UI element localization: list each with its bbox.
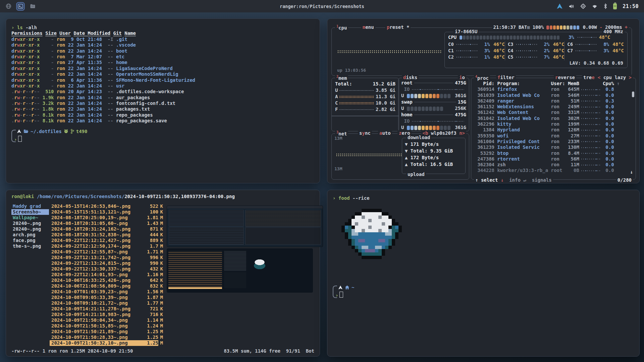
file-row[interactable]: 2024-10-09T21:50:28,33~.png1.25M bbox=[50, 335, 163, 340]
file-row[interactable]: 2024-10-07T01:03:39,23~.png1.56M bbox=[50, 289, 163, 295]
disk-section-header: root475G bbox=[401, 80, 466, 86]
preview-thumbnail-desktop bbox=[167, 205, 323, 247]
process-row[interactable]: 247386 rtorrent ron 56M 0.0 bbox=[475, 156, 632, 162]
file-row[interactable]: 2024-10-08T09:10:21,72~.png1.77M bbox=[50, 300, 163, 306]
file-row[interactable]: 2024-10-09T14:21:11,278~.png721K bbox=[50, 306, 163, 312]
preset-button[interactable]: preset * bbox=[385, 24, 411, 30]
file-row[interactable]: 2024-08-18T20:31:24,162~.png871K bbox=[50, 226, 163, 232]
file-row[interactable]: 2024-05-15T14:26:53,846~.png522K bbox=[50, 203, 163, 209]
mem-box-title[interactable]: 2mem bbox=[335, 75, 348, 81]
proc-filter-button[interactable]: filter bbox=[496, 75, 516, 80]
file-row[interactable]: 2024-10-09T21:50:32,10~.png1.25M bbox=[50, 340, 163, 346]
parent-dir-item[interactable]: face.png bbox=[11, 238, 49, 243]
parent-dir-item[interactable]: arch.png bbox=[11, 232, 49, 238]
file-row[interactable]: 2024-10-09T21:50:04,34~.png1.14M bbox=[50, 317, 163, 323]
ls-row: drwxr-xr-x - ron 22 Jan 14:24 -- usr bbox=[11, 83, 314, 89]
file-row[interactable]: 2024-08-18T20:25:00,19~.png1.81M bbox=[50, 215, 163, 221]
process-row[interactable]: 362296 kitty ron 199M 0.0 bbox=[475, 121, 632, 127]
file-row[interactable]: 2024-09-22T12:13:30,337~.png432K bbox=[50, 266, 163, 272]
settings-gear-icon[interactable] bbox=[580, 3, 586, 9]
parent-dir-item[interactable]: 20240~.png bbox=[11, 221, 49, 226]
proc-reverse-button[interactable]: reverse bbox=[554, 75, 576, 80]
arch-logo-icon bbox=[338, 285, 343, 290]
disk-sections: root475G IOU 361Gswap15GU 256Khome475G I… bbox=[398, 78, 469, 131]
process-row[interactable]: 1384 Hyprland ron 126M 0.0 bbox=[475, 127, 632, 133]
cpu-box-title[interactable]: 1cpu bbox=[335, 24, 348, 31]
parent-dir-item[interactable]: the-s~.png bbox=[11, 243, 49, 249]
parent-dir-item[interactable]: Screensho~ bbox=[11, 209, 49, 215]
net-stat-row: ▼ Total: 9.35 GiB bbox=[405, 147, 463, 154]
proc-sort-selector[interactable]: < cpu lazy > bbox=[596, 75, 633, 80]
parent-dir-item[interactable]: Wallpape~ bbox=[11, 215, 49, 221]
command-line: › food --rice bbox=[333, 195, 634, 201]
file-row[interactable]: 2024-10-06T21:08:56,809~.png832K bbox=[50, 283, 163, 289]
battery-icon[interactable] bbox=[613, 3, 617, 9]
file-row[interactable]: 2024-08-18T20:31:52,838~.png444K bbox=[50, 232, 163, 238]
wifi-icon[interactable] bbox=[592, 4, 598, 9]
file-row[interactable]: 2024-10-09T21:50:15,85~.png1.24M bbox=[50, 323, 163, 329]
file-row[interactable]: 2024-10-08T09:05:33,39~.png1.87M bbox=[50, 295, 163, 300]
text-cursor[interactable] bbox=[339, 292, 343, 298]
process-row[interactable]: 362304 zsh ron 11M 0.0 bbox=[475, 162, 632, 168]
file-row[interactable]: 2024-05-15T15:51:13,121~.png100K bbox=[50, 209, 163, 215]
process-row[interactable]: 361039 Isolated Web Co ron 546M 0.0 bbox=[475, 93, 632, 98]
net-sync-button[interactable]: sync bbox=[358, 130, 372, 136]
proc-footer-keys[interactable]: ↑ select ↓ info ↵ signals bbox=[474, 177, 553, 183]
load-average: LAV: 0.34 0.68 0.69 bbox=[570, 60, 623, 66]
menu-button[interactable]: menu bbox=[361, 24, 375, 30]
proc-box-title[interactable]: 4proc bbox=[474, 75, 490, 81]
file-row[interactable]: 2024-09-22T12:13:24,815~.png990K bbox=[50, 260, 163, 266]
process-row[interactable]: 344228 kworker/u33:3-rb_a root 0B 0.0 bbox=[475, 168, 632, 173]
battery-watts: 0.00W bbox=[583, 24, 597, 30]
file-row[interactable]: 2024-09-22T12:14:01,93~.png1.16M bbox=[50, 272, 163, 278]
file-row[interactable]: 2024-10-09T21:50:21,89~.png1.25M bbox=[50, 329, 163, 335]
interval-increase[interactable]: + bbox=[625, 24, 628, 30]
process-row[interactable]: 361042 Isolated Web Co ron 302M 0.0 bbox=[475, 116, 632, 121]
file-row[interactable]: 2024-09-22T12:12:55,87~.png1.71M bbox=[50, 249, 163, 255]
terminal-window-food[interactable]: › food --rice ~ › bbox=[327, 190, 640, 357]
ranger-window[interactable]: ron@loki /home/ron/Pictures/Screenshots/… bbox=[6, 190, 320, 357]
process-row[interactable]: 360914 firefox ron 645M 0.8 bbox=[475, 86, 632, 92]
file-row[interactable]: 2024-10-06T16:33:25,426~.png642K bbox=[50, 278, 163, 283]
proc-tree-button[interactable]: tree bbox=[582, 75, 596, 80]
disks-box-title[interactable]: disks bbox=[402, 75, 419, 80]
net-auto-button[interactable]: auto bbox=[378, 130, 392, 136]
file-row[interactable]: 2024-09-22T12:13:21,742~.png996K bbox=[50, 255, 163, 260]
parent-dir-item[interactable]: Maddy grad bbox=[11, 203, 49, 209]
disks-io-toggle[interactable]: io bbox=[458, 75, 466, 80]
bluetooth-icon[interactable] bbox=[603, 3, 607, 9]
mem-divider bbox=[332, 116, 399, 116]
process-row[interactable]: 361004 Privileged Cont ron 233M 0.0 bbox=[475, 139, 632, 144]
cpu-core-row: C32%46°C bbox=[508, 41, 565, 48]
parent-dir-item[interactable]: 20240~.png bbox=[11, 226, 49, 232]
file-row[interactable]: 2024-09-22T12:12:50,174~.png1.7M bbox=[50, 243, 163, 249]
cpu-total-temp: 48°C bbox=[599, 34, 610, 41]
process-row[interactable]: 362409 ranger ron 51M 0.3 bbox=[475, 98, 632, 104]
net-box-title[interactable]: 3net bbox=[335, 130, 348, 136]
file-row[interactable]: 2024-10-09T14:21:18,983~.png716K bbox=[50, 312, 163, 317]
cpu-model-label: i7-8665U bbox=[453, 29, 479, 34]
terminal-window-ls[interactable]: › ls -alh Permissions Size User Date Mod… bbox=[6, 18, 320, 183]
shell-prompt[interactable]: ~/.dotfiles t490 › bbox=[11, 129, 314, 143]
ls-row: drwxr-xr-x - ron 27 Apr 11:35 -- home bbox=[11, 60, 314, 65]
proc-scrollbar[interactable] bbox=[632, 92, 634, 97]
process-row[interactable]: 361242 Web Content ron 331M 0.0 bbox=[475, 110, 632, 115]
proc-count: 0/280 bbox=[616, 177, 633, 183]
process-row[interactable]: 361152 WebExtensions ron 249M 0.0 bbox=[475, 104, 632, 110]
volume-icon[interactable] bbox=[569, 4, 575, 9]
file-row[interactable]: 2024-08-18T20:31:05,60~.png1.43M bbox=[50, 221, 163, 226]
cpu-history-graph bbox=[337, 50, 442, 54]
process-row[interactable]: 361239 Isolated Servic ron 130M 0.0 bbox=[475, 144, 632, 150]
btop-clock: 21:50:37 bbox=[493, 24, 516, 30]
file-row[interactable]: 2024-09-22T12:12:12,427~.png889K bbox=[50, 238, 163, 243]
process-row[interactable]: 359350 wofi ron 27M 0.0 bbox=[475, 133, 632, 139]
top-bar: ranger:ron/Pictures/Screenshots 21:50 bbox=[0, 0, 644, 12]
process-row[interactable]: 53292 btop ron 8.4M 0.0 bbox=[475, 150, 632, 156]
shell-prompt[interactable]: ~ › bbox=[333, 285, 433, 299]
system-tray: 21:50 bbox=[556, 0, 639, 12]
text-cursor[interactable] bbox=[18, 136, 22, 142]
arch-linux-icon[interactable] bbox=[556, 3, 563, 9]
cpu-core-row: C13%46°C bbox=[448, 48, 505, 54]
cpu-core-row: C42%46°C bbox=[508, 48, 565, 54]
btop-window[interactable]: 1cpu menu preset * 21:50:37 BAT■ 100% 0.… bbox=[327, 18, 640, 183]
